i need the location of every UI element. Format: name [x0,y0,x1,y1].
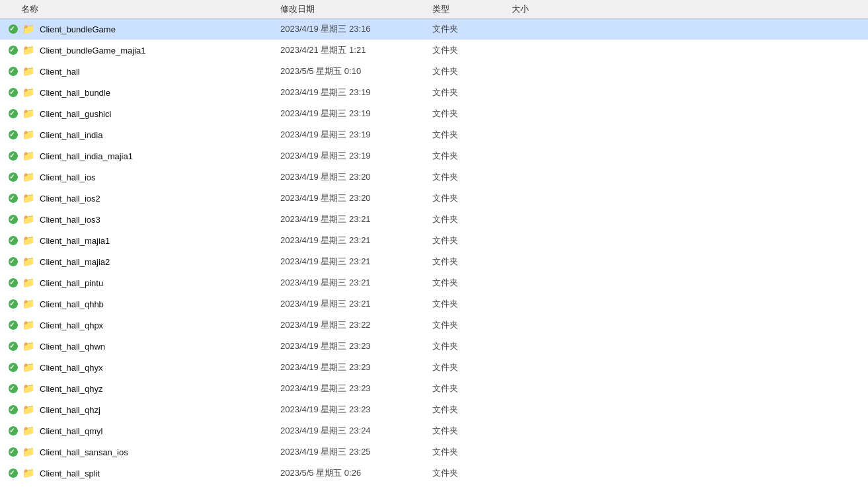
filename-label: Client_hall_qmyl [40,426,102,436]
file-type-cell: 文件夹 [432,87,512,98]
filename-label: Client_hall_qhpx [40,320,103,330]
table-row[interactable]: 📁Client_hall_qhyz2023/4/19 星期三 23:23文件夹 [0,378,868,399]
file-type-cell: 文件夹 [432,404,512,416]
file-date-cell: 2023/4/19 星期三 23:19 [280,129,432,141]
folder-icon: 📁 [22,150,35,162]
file-type-cell: 文件夹 [432,171,512,183]
table-row[interactable]: 📁Client_hall_ios22023/4/19 星期三 23:20文件夹 [0,188,868,209]
file-name-cell: 📁Client_hall_ios [3,171,280,183]
file-type-cell: 文件夹 [432,340,512,352]
table-row[interactable]: 📁Client_hall_majia22023/4/19 星期三 23:21文件… [0,251,868,272]
svn-status-icon [8,108,19,119]
file-date-cell: 2023/4/19 星期三 23:20 [280,171,432,183]
file-name-cell: 📁Client_hall_qhzj [3,404,280,416]
svn-status-icon [8,130,19,140]
file-name-cell: 📁Client_hall_qhhb [3,298,280,310]
table-row[interactable]: 📁Client_hall_qhyx2023/4/19 星期三 23:23文件夹 [0,357,868,378]
folder-icon: 📁 [22,192,35,204]
file-name-cell: 📁Client_bundleGame [3,23,280,35]
file-name-cell: 📁Client_hall_bundle [3,87,280,98]
table-row[interactable]: 📁Client_hall_india_majia12023/4/19 星期三 2… [0,145,868,167]
file-type-cell: 文件夹 [432,467,512,479]
filename-label: Client_hall_india [40,130,102,140]
table-row[interactable]: 📁Client_hall_sansan_ios2023/4/19 星期三 23:… [0,441,868,463]
file-date-cell: 2023/5/5 星期五 0:10 [280,65,432,77]
file-name-cell: 📁Client_hall_qmyl [3,425,280,437]
filename-label: Client_bundleGame_majia1 [40,46,145,56]
file-name-cell: 📁Client_hall_qhwn [3,340,280,352]
table-row[interactable]: 📁Client_hall2023/5/5 星期五 0:10文件夹 [0,61,868,82]
file-type-cell: 文件夹 [432,213,512,225]
svn-status-icon [8,447,19,457]
header-type: 类型 [432,3,512,15]
filename-label: Client_hall_pintu [40,278,103,288]
file-rows-container: 📁Client_bundleGame2023/4/19 星期三 23:16文件夹… [0,19,868,484]
file-type-cell: 文件夹 [432,425,512,437]
file-name-cell: 📁Client_hall_majia1 [3,235,280,246]
filename-label: Client_hall_qhwn [40,342,105,352]
table-row[interactable]: 📁Client_hall_pintu2023/4/19 星期三 23:21文件夹 [0,272,868,293]
table-row[interactable]: 📁Client_hall_majia12023/4/19 星期三 23:21文件… [0,230,868,251]
table-row[interactable]: 📁Client_bundleGame2023/4/19 星期三 23:16文件夹 [0,19,868,40]
folder-icon: 📁 [22,383,35,395]
file-type-cell: 文件夹 [432,23,512,35]
table-row[interactable]: 📁Client_hall_qhhb2023/4/19 星期三 23:21文件夹 [0,293,868,315]
file-date-cell: 2023/4/19 星期三 23:21 [280,235,432,246]
file-date-cell: 2023/4/19 星期三 23:20 [280,192,432,204]
table-row[interactable]: 📁Client_hall_gushici2023/4/19 星期三 23:19文… [0,103,868,124]
file-date-cell: 2023/4/19 星期三 23:19 [280,87,432,98]
filename-label: Client_hall [40,67,80,77]
file-name-cell: 📁Client_hall_pintu [3,277,280,289]
folder-icon: 📁 [22,319,35,331]
file-date-cell: 2023/4/19 星期三 23:23 [280,340,432,352]
folder-icon: 📁 [22,129,35,141]
folder-icon: 📁 [22,44,35,56]
folder-icon: 📁 [22,340,35,352]
svn-status-icon [8,235,19,246]
file-name-cell: 📁Client_hall_india_majia1 [3,150,280,162]
file-name-cell: 📁Client_hall_gushici [3,108,280,120]
table-row[interactable]: 📁Client_hall_qhzj2023/4/19 星期三 23:23文件夹 [0,399,868,420]
svn-status-icon [8,404,19,415]
table-row[interactable]: 📁Client_hall_india2023/4/19 星期三 23:19文件夹 [0,124,868,145]
filename-label: Client_bundleGame [40,24,116,34]
file-name-cell: 📁Client_bundleGame_majia1 [3,44,280,56]
svn-status-icon [8,45,19,56]
table-row[interactable]: 📁Client_hall_bundle2023/4/19 星期三 23:19文件… [0,82,868,103]
table-row[interactable]: 📁Client_hall_qmyl2023/4/19 星期三 23:24文件夹 [0,420,868,441]
folder-icon: 📁 [22,108,35,120]
file-date-cell: 2023/4/19 星期三 23:22 [280,319,432,331]
filename-label: Client_hall_ios3 [40,215,100,225]
svn-status-icon [8,299,19,309]
file-name-cell: 📁Client_hall_qhyx [3,361,280,373]
header-size: 大小 [512,3,578,15]
file-date-cell: 2023/4/19 星期三 23:25 [280,446,432,458]
table-row[interactable]: 📁Client_bundleGame_majia12023/4/21 星期五 1… [0,40,868,61]
table-row[interactable]: 📁Client_hall_ios32023/4/19 星期三 23:21文件夹 [0,209,868,230]
file-type-cell: 文件夹 [432,129,512,141]
header-name: 名称 [3,3,280,15]
file-name-cell: 📁Client_hall_ios2 [3,192,280,204]
folder-icon: 📁 [22,171,35,183]
file-type-cell: 文件夹 [432,44,512,56]
file-name-cell: 📁Client_hall_ios3 [3,213,280,225]
file-type-cell: 文件夹 [432,383,512,395]
file-type-cell: 文件夹 [432,446,512,458]
table-row[interactable]: 📁Client_hall_qhpx2023/4/19 星期三 23:22文件夹 [0,315,868,336]
folder-icon: 📁 [22,298,35,310]
table-row[interactable]: 📁Client_hall_split2023/5/5 星期五 0:26文件夹 [0,463,868,484]
file-name-cell: 📁Client_hall [3,65,280,77]
filename-label: Client_hall_split [40,469,100,478]
table-row[interactable]: 📁Client_hall_qhwn2023/4/19 星期三 23:23文件夹 [0,336,868,357]
folder-icon: 📁 [22,65,35,77]
file-name-cell: 📁Client_hall_qhpx [3,319,280,331]
file-date-cell: 2023/4/19 星期三 23:24 [280,425,432,437]
folder-icon: 📁 [22,87,35,98]
filename-label: Client_hall_ios [40,172,96,182]
folder-icon: 📁 [22,235,35,246]
file-type-cell: 文件夹 [432,192,512,204]
table-row[interactable]: 📁Client_hall_ios2023/4/19 星期三 23:20文件夹 [0,167,868,188]
file-type-cell: 文件夹 [432,319,512,331]
file-date-cell: 2023/4/19 星期三 23:21 [280,213,432,225]
file-type-cell: 文件夹 [432,298,512,310]
